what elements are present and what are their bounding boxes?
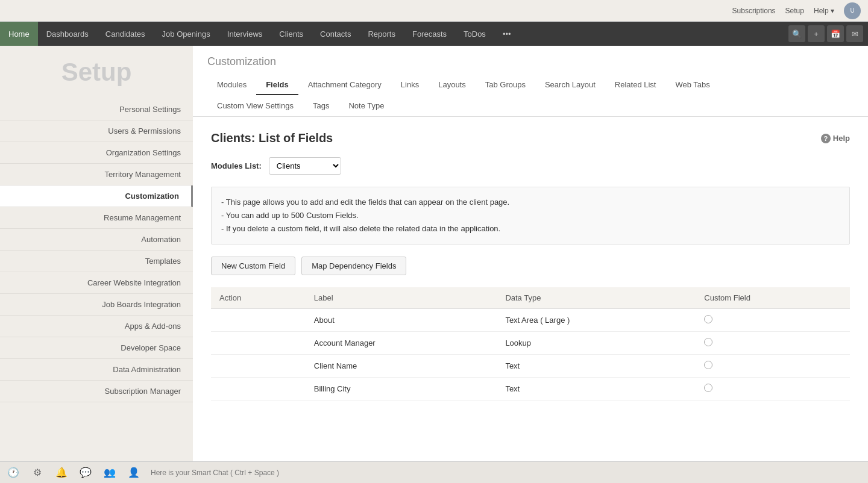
nav-item-candidates[interactable]: Candidates [97,22,154,46]
nav-item-more[interactable]: ••• [494,22,520,46]
sidebar-item-career-website[interactable]: Career Website Integration [0,272,193,294]
clock-icon[interactable]: 🕐 [6,466,20,480]
content-area: Clients: List of Fields ? Help Modules L… [193,117,868,415]
data-type-cell: Lookup [497,332,696,355]
col-header-action: Action [211,287,306,309]
tab-tags[interactable]: Tags [303,96,339,116]
top-bar-links: Subscriptions Setup Help ▾ U [732,2,861,19]
add-icon[interactable]: + [808,25,825,42]
data-type-cell: Text [497,378,696,400]
custom-field-radio [704,361,712,369]
sidebar-item-job-boards[interactable]: Job Boards Integration [0,294,193,316]
info-line-2: - You can add up to 500 Custom Fields. [221,209,840,222]
nav-bar: Home Dashboards Candidates Job Openings … [0,22,868,46]
label-cell: Billing City [306,378,497,400]
table-row: Client Name Text [211,355,850,378]
nav-item-todos[interactable]: ToDos [455,22,494,46]
nav-icons: 🔍 + 📅 ✉ [784,22,868,46]
action-cell [211,355,306,378]
bottom-bar: 🕐 ⚙ 🔔 💬 👥 👤 [0,461,868,483]
chat-icon[interactable]: 💬 [78,466,93,480]
tab-links[interactable]: Links [391,75,429,95]
section-title-row: Clients: List of Fields ? Help [211,131,850,145]
sidebar-item-templates[interactable]: Templates [0,251,193,272]
modules-list-label: Modules List: [211,161,262,170]
sidebar-item-territory-management[interactable]: Territory Management [0,164,193,185]
col-header-data-type: Data Type [497,287,696,309]
nav-item-dashboards[interactable]: Dashboards [38,22,97,46]
custom-field-radio [704,315,712,323]
tabs-row-2: Custom View Settings Tags Note Type [207,96,854,116]
help-link-top[interactable]: Help ▾ [814,7,834,15]
nav-item-clients[interactable]: Clients [271,22,312,46]
gear-icon[interactable]: ⚙ [30,466,45,480]
help-arrow: ▾ [831,7,834,15]
custom-field-cell [696,332,850,355]
sidebar-item-personal-settings[interactable]: Personal Settings [0,99,193,120]
sidebar: Setup Personal Settings Users & Permissi… [0,46,193,483]
users-icon[interactable]: 👥 [102,466,117,480]
subscriptions-link[interactable]: Subscriptions [732,7,776,15]
help-label-text: Help [833,134,850,143]
tab-search-layout[interactable]: Search Layout [535,75,605,95]
tab-modules[interactable]: Modules [207,75,256,95]
nav-item-interviews[interactable]: Interviews [219,22,271,46]
data-type-cell: Text [497,355,696,378]
tab-custom-view-settings[interactable]: Custom View Settings [207,96,303,116]
fields-table: Action Label Data Type Custom Field Abou… [211,287,850,400]
search-icon[interactable]: 🔍 [788,25,805,42]
bell-icon[interactable]: 🔔 [54,466,69,480]
tab-fields[interactable]: Fields [256,75,298,95]
sidebar-item-apps-addons[interactable]: Apps & Add-ons [0,316,193,337]
tab-web-tabs[interactable]: Web Tabs [665,75,719,95]
email-icon[interactable]: ✉ [846,25,863,42]
custom-field-radio [704,384,712,392]
tab-layouts[interactable]: Layouts [429,75,476,95]
avatar-initials: U [850,7,854,14]
help-icon: ? [821,134,831,143]
sidebar-item-subscription-manager[interactable]: Subscription Manager [0,381,193,402]
sidebar-item-organization-settings[interactable]: Organization Settings [0,142,193,164]
map-dependency-button[interactable]: Map Dependency Fields [301,257,406,275]
info-line-3: - If you delete a custom field, it will … [221,222,840,235]
custom-field-radio [704,338,712,346]
nav-item-reports[interactable]: Reports [359,22,404,46]
sidebar-item-data-administration[interactable]: Data Administration [0,359,193,381]
tab-related-list[interactable]: Related List [605,75,666,95]
sidebar-item-resume-management[interactable]: Resume Management [0,207,193,229]
label-cell: Account Manager [306,332,497,355]
table-row: About Text Area ( Large ) [211,309,850,332]
calendar-icon[interactable]: 📅 [827,25,844,42]
new-custom-field-button[interactable]: New Custom Field [211,257,295,275]
layout: Setup Personal Settings Users & Permissi… [0,46,868,483]
person-icon[interactable]: 👤 [127,466,141,480]
main-content: Customization Modules Fields Attachment … [193,46,868,483]
action-cell [211,309,306,332]
nav-item-forecasts[interactable]: Forecasts [404,22,455,46]
tab-attachment-category[interactable]: Attachment Category [298,75,391,95]
setup-link[interactable]: Setup [785,7,804,15]
sidebar-item-developer-space[interactable]: Developer Space [0,337,193,359]
tab-tab-groups[interactable]: Tab Groups [476,75,535,95]
sidebar-item-users-permissions[interactable]: Users & Permissions [0,120,193,142]
section-title: Clients: List of Fields [211,131,333,145]
modules-select[interactable]: Clients Contacts Candidates Job Openings… [269,157,341,175]
label-cell: About [306,309,497,332]
col-header-custom-field: Custom Field [696,287,850,309]
sidebar-item-customization[interactable]: Customization [0,185,193,207]
nav-item-contacts[interactable]: Contacts [312,22,359,46]
col-header-label: Label [306,287,497,309]
nav-item-home[interactable]: Home [0,22,38,46]
avatar[interactable]: U [844,2,861,19]
info-line-1: - This page allows you to add and edit t… [221,196,840,209]
action-cell [211,378,306,400]
action-cell [211,332,306,355]
help-link[interactable]: ? Help [821,134,850,143]
nav-item-job-openings[interactable]: Job Openings [154,22,219,46]
data-type-cell: Text Area ( Large ) [497,309,696,332]
top-bar: Subscriptions Setup Help ▾ U [0,0,868,22]
tab-note-type[interactable]: Note Type [339,96,394,116]
smart-chat-input[interactable] [151,469,862,477]
sidebar-item-automation[interactable]: Automation [0,229,193,251]
help-label: Help [814,7,829,15]
